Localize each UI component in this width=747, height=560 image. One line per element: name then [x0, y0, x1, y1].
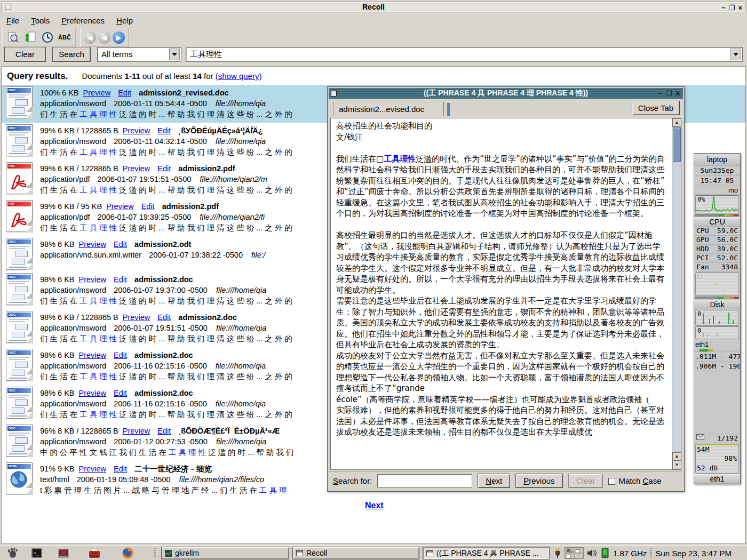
first-page-icon[interactable]: ◀: [84, 31, 96, 44]
preview-titlebar[interactable]: ((工 PHRASE 4 具 PHRASE 4 理 PHRASE 4 性)) −…: [329, 88, 683, 99]
edit-link[interactable]: Edit: [157, 427, 171, 435]
taskbar-clock[interactable]: Sun Sep 23, 3:47 PM: [655, 549, 732, 558]
preview-link[interactable]: Preview: [123, 427, 150, 435]
scroll-up-icon[interactable]: ▲: [672, 118, 681, 127]
panel-handle[interactable]: [154, 548, 156, 558]
advanced-search-icon[interactable]: [6, 30, 21, 45]
preview-link[interactable]: Preview: [79, 389, 107, 397]
edit-link[interactable]: Edit: [114, 240, 127, 249]
edit-link[interactable]: Edit: [141, 202, 155, 211]
workspace-4[interactable]: [574, 553, 583, 558]
workspace-2[interactable]: [574, 548, 583, 553]
chevron-down-icon[interactable]: [169, 49, 180, 60]
preview-link[interactable]: Preview: [123, 313, 150, 322]
scrollbar-thumb[interactable]: [673, 127, 681, 162]
edit-link[interactable]: Edit: [114, 351, 127, 359]
eth1-label: eth1: [694, 340, 740, 349]
scroll-down-icon[interactable]: ▼: [672, 461, 681, 469]
preview-minimize-button[interactable]: −: [658, 90, 663, 98]
screensaver-icon[interactable]: [58, 547, 69, 559]
preview-text: 高校招生的社会功能和目的文/钱江我们生活在□工具理性泛滥的时代。作为“世之显学”…: [336, 121, 668, 468]
find-previous-button[interactable]: Previous: [515, 474, 562, 488]
next-results-link[interactable]: Next: [365, 501, 384, 510]
task-recoll[interactable]: Recoll: [292, 547, 419, 559]
edit-link[interactable]: Edit: [157, 164, 171, 173]
relevance-size: 98% 6 KB: [40, 240, 75, 249]
cpu-chart[interactable]: 0%: [695, 195, 739, 213]
result-url: file:///home/qian2/files/co: [179, 475, 265, 484]
preview-link[interactable]: Preview: [79, 240, 107, 249]
terminal-icon[interactable]: >_: [31, 547, 43, 559]
match-case-checkbox-row[interactable]: Match Case: [608, 476, 661, 485]
main-window-titlebar[interactable]: Recoll − ❐ ×: [2, 2, 745, 12]
task-gkrellm[interactable]: gkrellm: [161, 547, 289, 559]
find-next-button[interactable]: Next: [478, 474, 510, 488]
mail-row[interactable]: 1/192: [694, 434, 740, 443]
edit-link[interactable]: Edit: [118, 89, 131, 97]
workspace-switcher[interactable]: [565, 547, 584, 559]
sort-icon[interactable]: [23, 30, 38, 45]
preview-close-button[interactable]: ✕: [675, 90, 681, 98]
edit-link[interactable]: Edit: [114, 465, 127, 473]
preview-link[interactable]: Preview: [83, 89, 111, 97]
volume-meter[interactable]: 54M 98% 52 dB: [695, 444, 739, 474]
workspace-3[interactable]: [565, 553, 574, 558]
preview-paragraph: 我们生活在□工具理性泛滥的时代。作为“世之显学”的诸种以“事实”与“价值”的二分…: [336, 154, 668, 219]
power-plug-icon[interactable]: [554, 548, 561, 558]
result-mimetype: application/msword: [40, 137, 106, 146]
query-input[interactable]: 工具理性: [186, 47, 743, 62]
preview-link[interactable]: Preview: [123, 126, 150, 135]
chevron-down-icon[interactable]: [730, 49, 741, 60]
preview-link[interactable]: Preview: [79, 465, 107, 473]
edit-link[interactable]: Edit: [157, 313, 171, 322]
scroll-up2-icon[interactable]: ▲: [672, 452, 681, 461]
edit-link[interactable]: Edit: [114, 389, 127, 397]
next-page-icon[interactable]: ▶: [113, 31, 125, 44]
result-mimetype: application/msword: [40, 324, 106, 332]
preview-link[interactable]: Preview: [79, 275, 107, 284]
workspace-1[interactable]: [565, 548, 574, 553]
result-filename: admission2.doc: [134, 389, 193, 397]
menu-tools[interactable]: Tools: [31, 16, 50, 25]
close-button[interactable]: ×: [738, 4, 742, 11]
firefox-icon[interactable]: [122, 547, 133, 559]
restore-button[interactable]: ❐: [729, 4, 735, 11]
volume-speaker-icon[interactable]: [587, 549, 597, 557]
gkrellm-panel[interactable]: laptop Sun23Sep 15:47 05 mo 0% CPU CPU59…: [694, 153, 741, 484]
typewriter-icon[interactable]: [89, 547, 100, 559]
minimize-button[interactable]: −: [721, 4, 726, 11]
menu-help[interactable]: Help: [116, 16, 133, 25]
disk-write-chart[interactable]: 0: [695, 326, 739, 339]
result-date: 2006-01-07 19:37:00 -0500: [114, 286, 208, 294]
fan-chart[interactable]: [695, 273, 739, 296]
preview-link[interactable]: Preview: [79, 351, 107, 359]
edit-link[interactable]: Edit: [114, 275, 127, 284]
term-explorer-icon[interactable]: ÅBĈ: [57, 30, 72, 45]
close-tab-button[interactable]: Close Tab: [632, 101, 680, 115]
gnome-footprint-icon[interactable]: [6, 547, 18, 559]
clear-button[interactable]: Clear: [4, 47, 46, 62]
preview-tab[interactable]: admission2...evised.doc: [333, 102, 444, 116]
task-preview[interactable]: ((工 PHRASE 4 具 PHRASE ...: [423, 547, 550, 559]
disk-read-chart[interactable]: 0: [695, 310, 739, 326]
preview-restore-button[interactable]: ❐: [665, 90, 672, 98]
search-mode-select[interactable]: All terms: [97, 47, 181, 62]
matched-term: 工 具 理 性: [80, 110, 117, 118]
menu-file[interactable]: File: [6, 16, 19, 25]
find-input[interactable]: [377, 474, 472, 487]
prev-page-icon[interactable]: ◀: [98, 31, 110, 44]
pdf-icon: PDF: [6, 162, 33, 194]
menu-preferences[interactable]: Preferences: [61, 16, 105, 25]
show-query-link[interactable]: (show query): [216, 71, 262, 81]
history-clock-icon[interactable]: [40, 30, 55, 45]
doc-icon: DOC: [6, 124, 33, 156]
result-snippet: 们 生 活 在 工 具 理 性 泛 滥 的 时 ... 帮 助 我 们 理 清 …: [40, 371, 292, 382]
preview-link[interactable]: Preview: [106, 202, 134, 211]
search-button[interactable]: Search: [52, 47, 91, 62]
preview-link[interactable]: Preview: [123, 164, 150, 173]
match-case-checkbox[interactable]: [608, 478, 615, 485]
snippet-text: 们 生 活 在: [40, 223, 80, 232]
edit-link[interactable]: Edit: [157, 126, 171, 135]
preview-scrollbar[interactable]: ▲ ▲ ▼: [672, 118, 681, 469]
cpufreq-icon[interactable]: [600, 548, 610, 558]
